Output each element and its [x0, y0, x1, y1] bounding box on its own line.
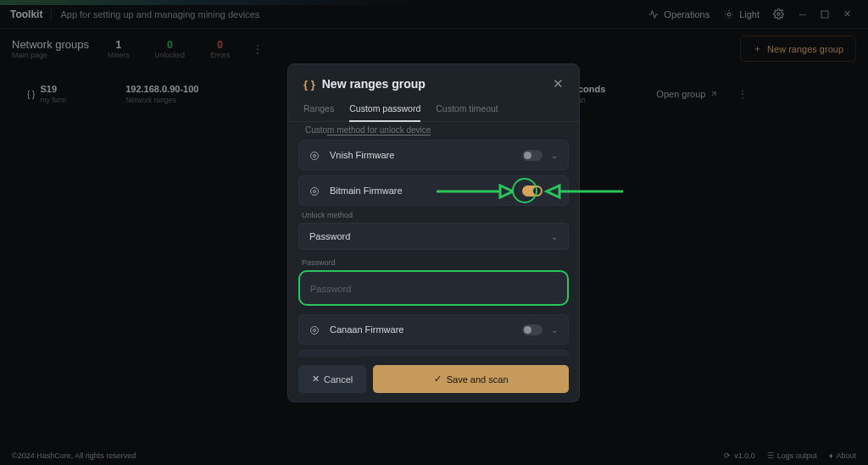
gear-icon — [309, 324, 321, 335]
toggle-vnish[interactable] — [522, 150, 542, 161]
tab-custom-timeout[interactable]: Custom timeout — [436, 103, 498, 121]
about-button[interactable]: ♦ About — [829, 451, 856, 460]
save-and-scan-button[interactable]: ✓ Save and scan — [373, 365, 569, 393]
unlock-method-select[interactable]: Password ⌄ — [298, 223, 569, 250]
gear-icon — [309, 149, 321, 161]
firmware-name: Canaan Firmware — [330, 324, 514, 335]
svg-point-7 — [314, 329, 316, 332]
firmware-row-canaan[interactable]: Canaan Firmware ⌄ — [298, 314, 569, 345]
svg-point-5 — [314, 191, 316, 193]
unlock-method-value: Password — [309, 231, 551, 241]
section-label: Custom method for unlock device — [298, 122, 569, 140]
firmware-row-vnish[interactable]: Vnish Firmware ⌄ — [298, 140, 569, 170]
gear-icon — [309, 185, 321, 197]
check-icon: ✓ — [434, 374, 442, 385]
svg-point-3 — [314, 155, 316, 158]
chevron-down-icon[interactable]: ⌄ — [551, 325, 558, 335]
svg-point-4 — [311, 152, 319, 160]
password-input[interactable] — [310, 284, 557, 294]
chevron-down-icon[interactable]: ⌄ — [551, 151, 558, 160]
password-input-wrapper — [298, 270, 569, 306]
copyright: ©2024 HashCore, All rights reserved — [12, 451, 136, 460]
tab-ranges[interactable]: Ranges — [303, 103, 334, 121]
firmware-name: Bitmain Firmware — [330, 185, 514, 196]
chevron-up-icon[interactable]: ⌃ — [551, 186, 558, 196]
braces-icon: { } — [303, 78, 315, 91]
toggle-bitmain[interactable] — [522, 185, 542, 197]
tab-custom-password[interactable]: Custom password — [349, 103, 420, 122]
svg-point-6 — [311, 188, 319, 196]
logs-output-button[interactable]: ☰ Logs output — [767, 451, 817, 460]
cancel-button[interactable]: ✕ Cancel — [298, 365, 366, 393]
close-icon: ✕ — [312, 374, 320, 385]
firmware-row-bitmain[interactable]: Bitmain Firmware ⌃ — [298, 175, 569, 206]
cancel-label: Cancel — [324, 374, 353, 385]
unlock-method-label: Unlock method — [302, 211, 565, 219]
modal-title: New ranges group — [322, 77, 546, 91]
firmware-row-microbt[interactable]: MicroBT Firmware ⌄ — [298, 350, 569, 357]
chevron-down-icon: ⌄ — [551, 232, 558, 241]
svg-point-8 — [311, 327, 319, 335]
toggle-canaan[interactable] — [522, 324, 542, 335]
password-label: Password — [302, 258, 565, 267]
modal-close-button[interactable]: ✕ — [553, 76, 564, 91]
save-label: Save and scan — [447, 374, 509, 385]
footer: ©2024 HashCore, All rights reserved ⟳ v1… — [0, 446, 868, 465]
new-ranges-modal: { } New ranges group ✕ Ranges Custom pas… — [287, 64, 580, 402]
firmware-name: Vnish Firmware — [330, 150, 514, 160]
version-label: ⟳ v1.0.0 — [724, 451, 755, 460]
